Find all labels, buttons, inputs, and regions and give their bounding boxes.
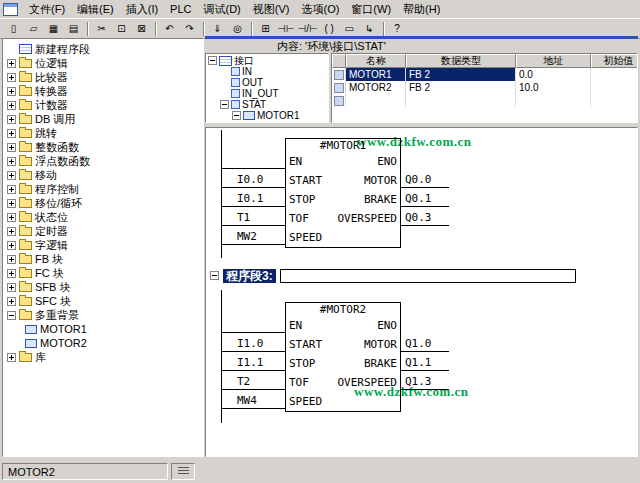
- fbd-block-motor1[interactable]: #MOTOR1 EN ENO I0.0 START MOTOR Q0.0 I0.…: [222, 138, 464, 250]
- expand-icon[interactable]: [7, 213, 16, 222]
- if-tree-item-in[interactable]: IN: [206, 66, 328, 77]
- download-button[interactable]: ⇓: [208, 20, 227, 38]
- operand-overspeed-output[interactable]: Q1.3: [401, 374, 449, 390]
- cell-name[interactable]: MOTOR1: [346, 68, 406, 81]
- catalog-item-timer[interactable]: 定时器: [3, 224, 203, 238]
- program-editor[interactable]: www.dzkfw.com.cn #MOTOR1 EN ENO I0.0 STA…: [205, 127, 638, 457]
- menu-window[interactable]: 窗口(W): [345, 0, 397, 19]
- catalog-item-counter[interactable]: 计数器: [3, 98, 203, 112]
- expand-icon[interactable]: [7, 283, 16, 292]
- coil-button[interactable]: ( ): [320, 20, 339, 38]
- expand-icon[interactable]: [7, 157, 16, 166]
- cell-initial-value[interactable]: [591, 81, 638, 94]
- new-button[interactable]: ▯: [4, 20, 23, 38]
- expand-icon[interactable]: [7, 185, 16, 194]
- cell-data-type[interactable]: FB 2: [406, 81, 516, 94]
- expand-icon[interactable]: [7, 297, 16, 306]
- pin-speed[interactable]: SPEED: [289, 393, 322, 410]
- catalog-item-motor1[interactable]: MOTOR1: [3, 322, 203, 336]
- expand-icon[interactable]: [7, 227, 16, 236]
- catalog-item-converter[interactable]: 转换器: [3, 84, 203, 98]
- pin-eno[interactable]: ENO: [377, 317, 397, 334]
- expand-icon[interactable]: [7, 73, 16, 82]
- catalog-item-library[interactable]: 库: [3, 350, 203, 364]
- table-row-motor1[interactable]: MOTOR1 FB 2 0.0: [332, 68, 637, 81]
- menu-help[interactable]: 帮助(H): [397, 0, 446, 19]
- operand-stop-input[interactable]: I0.1: [222, 191, 285, 207]
- paste-button[interactable]: ⊠: [132, 20, 151, 38]
- cut-button[interactable]: ✂: [92, 20, 111, 38]
- operand-stop-input[interactable]: I1.1: [222, 355, 285, 371]
- catalog-item-motor2[interactable]: MOTOR2: [3, 336, 203, 350]
- cell-initial-value[interactable]: [591, 68, 638, 81]
- operand-tof-input[interactable]: T2: [222, 374, 285, 390]
- expand-icon[interactable]: [7, 143, 16, 152]
- if-tree-item-interface[interactable]: 接口: [206, 55, 328, 66]
- if-tree-item-motor1[interactable]: MOTOR1: [206, 110, 328, 121]
- pin-tof[interactable]: TOF: [289, 210, 309, 227]
- new-network-button[interactable]: ⊞: [256, 20, 275, 38]
- operand-speed-input[interactable]: MW4: [222, 393, 285, 409]
- catalog-item-shift-rotate[interactable]: 移位/循环: [3, 196, 203, 210]
- cell-address[interactable]: 10.0: [516, 81, 591, 94]
- cell-initial-value[interactable]: [591, 94, 638, 107]
- catalog-item-fb-blocks[interactable]: FB 块: [3, 252, 203, 266]
- operand-overspeed-output[interactable]: Q0.3: [401, 210, 449, 226]
- block-title[interactable]: #MOTOR1: [285, 139, 401, 153]
- operand-motor-output[interactable]: Q0.0: [401, 172, 449, 188]
- catalog-item-new-network-segment[interactable]: 新建程序段: [3, 42, 203, 56]
- pin-stop[interactable]: STOP: [289, 355, 316, 372]
- catalog-item-multi-instance[interactable]: 多重背景: [3, 308, 203, 322]
- pin-overspeed[interactable]: OVERSPEED: [337, 210, 397, 227]
- expand-icon[interactable]: [7, 269, 16, 278]
- cell-data-type[interactable]: [406, 94, 516, 107]
- operand-brake-output[interactable]: Q1.1: [401, 355, 449, 371]
- status-grid-icon[interactable]: [171, 463, 195, 480]
- open-button[interactable]: ▱: [24, 20, 43, 38]
- pin-start[interactable]: START: [289, 172, 322, 189]
- expand-icon[interactable]: [7, 129, 16, 138]
- menu-view[interactable]: 视图(V): [247, 0, 296, 19]
- operand-tof-input[interactable]: T1: [222, 210, 285, 226]
- catalog-item-sfc-blocks[interactable]: SFC 块: [3, 294, 203, 308]
- menu-file[interactable]: 文件(F): [23, 0, 71, 19]
- catalog-item-word-logic[interactable]: 字逻辑: [3, 238, 203, 252]
- redo-button[interactable]: ↷: [180, 20, 199, 38]
- cell-name[interactable]: [346, 94, 406, 107]
- print-button[interactable]: ▤: [64, 20, 83, 38]
- catalog-item-integer-function[interactable]: 整数函数: [3, 140, 203, 154]
- operand-start-input[interactable]: I1.0: [222, 336, 285, 352]
- window-icon[interactable]: [3, 3, 18, 16]
- catalog-item-jump[interactable]: 跳转: [3, 126, 203, 140]
- menu-insert[interactable]: 插入(I): [120, 0, 164, 19]
- expand-icon[interactable]: [7, 171, 16, 180]
- closed-contact-button[interactable]: ⊣/⊢: [296, 20, 318, 38]
- expand-icon[interactable]: [7, 241, 16, 250]
- pin-en[interactable]: EN: [289, 153, 302, 170]
- expand-icon[interactable]: [7, 255, 16, 264]
- expand-icon[interactable]: [7, 87, 16, 96]
- expand-icon[interactable]: [7, 59, 16, 68]
- pin-tof[interactable]: TOF: [289, 374, 309, 391]
- table-row-motor2[interactable]: MOTOR2 FB 2 10.0: [332, 81, 637, 94]
- catalog-item-program-control[interactable]: 程序控制: [3, 182, 203, 196]
- if-tree-item-out[interactable]: OUT: [206, 77, 328, 88]
- copy-button[interactable]: ⊡: [112, 20, 131, 38]
- catalog-item-move[interactable]: 移动: [3, 168, 203, 182]
- pin-motor[interactable]: MOTOR: [364, 336, 397, 353]
- pin-overspeed[interactable]: OVERSPEED: [337, 374, 397, 391]
- expand-icon[interactable]: [7, 115, 16, 124]
- catalog-item-sfb-blocks[interactable]: SFB 块: [3, 280, 203, 294]
- catalog-item-db-call[interactable]: DB 调用: [3, 112, 203, 126]
- operand-start-input[interactable]: I0.0: [222, 172, 285, 188]
- catalog-item-status-bits[interactable]: 状态位: [3, 210, 203, 224]
- cell-address[interactable]: [516, 94, 591, 107]
- network-title-input[interactable]: [280, 269, 576, 283]
- menu-edit[interactable]: 编辑(E): [71, 0, 120, 19]
- catalog-item-comparator[interactable]: 比较器: [3, 70, 203, 84]
- pin-en[interactable]: EN: [289, 317, 302, 334]
- operand-motor-output[interactable]: Q1.0: [401, 336, 449, 352]
- cell-data-type[interactable]: FB 2: [406, 68, 516, 81]
- help-button[interactable]: ?: [388, 20, 407, 38]
- if-tree-item-stat[interactable]: STAT: [206, 99, 328, 110]
